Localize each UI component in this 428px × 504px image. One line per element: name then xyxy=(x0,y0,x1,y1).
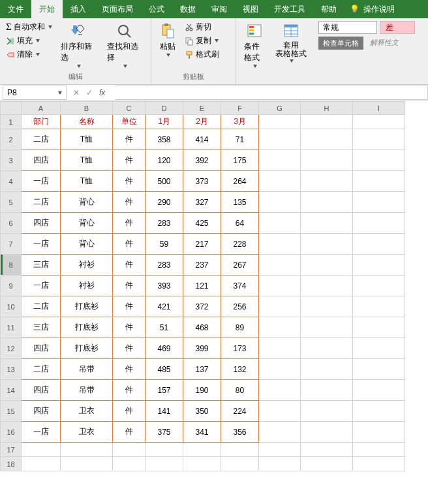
number-format-select[interactable]: 常规 xyxy=(318,21,377,34)
cell[interactable]: 425 xyxy=(183,213,221,234)
cell[interactable]: 264 xyxy=(221,171,259,192)
row-header-16[interactable]: 16 xyxy=(1,422,22,443)
cell[interactable]: 469 xyxy=(145,338,183,359)
menu-tab-公式[interactable]: 公式 xyxy=(141,0,172,18)
table-format-button[interactable]: 套用 表格格式 xyxy=(271,21,311,65)
cell[interactable]: 51 xyxy=(145,317,183,338)
cancel-icon[interactable]: ✕ xyxy=(73,88,80,97)
cell[interactable]: 64 xyxy=(221,213,259,234)
cell[interactable]: 228 xyxy=(221,234,259,255)
sort-filter-button[interactable]: 排序和筛选 xyxy=(57,21,100,70)
cell[interactable]: 件 xyxy=(113,150,145,171)
cell[interactable]: 375 xyxy=(145,422,183,443)
cell[interactable]: 224 xyxy=(221,401,259,422)
find-select-button[interactable]: 查找和选择 xyxy=(103,21,147,70)
cell[interactable]: 二店 xyxy=(22,129,61,150)
cell[interactable]: 一店 xyxy=(22,276,61,296)
cell[interactable]: 217 xyxy=(183,234,221,255)
cell[interactable]: 80 xyxy=(221,380,259,401)
row-header-9[interactable]: 9 xyxy=(1,276,22,296)
cell[interactable]: 485 xyxy=(145,359,183,380)
cell[interactable]: 356 xyxy=(221,422,259,443)
col-header-I[interactable]: I xyxy=(353,102,405,115)
cell[interactable]: 四店 xyxy=(22,380,61,401)
row-header-13[interactable]: 13 xyxy=(1,359,22,380)
cell-header[interactable]: 2月 xyxy=(183,115,221,129)
col-header-C[interactable]: C xyxy=(113,102,145,115)
cell[interactable]: 打底衫 xyxy=(61,338,113,359)
cell[interactable]: 132 xyxy=(221,359,259,380)
cell[interactable]: 二店 xyxy=(22,192,61,213)
menu-tab-视图[interactable]: 视图 xyxy=(235,0,266,18)
cell[interactable]: 件 xyxy=(113,338,145,359)
cell[interactable]: 267 xyxy=(221,255,259,276)
row-header-12[interactable]: 12 xyxy=(1,338,22,359)
menu-tab-数据[interactable]: 数据 xyxy=(172,0,204,18)
row-header-17[interactable]: 17 xyxy=(1,443,22,457)
cell[interactable]: 399 xyxy=(183,338,221,359)
cell[interactable]: 137 xyxy=(183,359,221,380)
row-header-3[interactable]: 3 xyxy=(1,150,22,171)
fx-icon[interactable]: fx xyxy=(99,88,105,97)
cell[interactable]: 350 xyxy=(183,401,221,422)
cell[interactable]: 120 xyxy=(145,150,183,171)
tell-me[interactable]: 操作说明 xyxy=(363,4,395,15)
row-header-11[interactable]: 11 xyxy=(1,317,22,338)
cell-header[interactable]: 名称 xyxy=(61,115,113,129)
cell[interactable]: 件 xyxy=(113,359,145,380)
paste-button[interactable]: 粘贴 xyxy=(155,21,180,59)
cell[interactable]: 卫衣 xyxy=(61,401,113,422)
cell-header[interactable]: 3月 xyxy=(221,115,259,129)
row-header-10[interactable]: 10 xyxy=(1,296,22,317)
row-header-4[interactable]: 4 xyxy=(1,171,22,192)
cell[interactable]: 414 xyxy=(183,129,221,150)
cell[interactable]: 468 xyxy=(183,317,221,338)
cell-header[interactable]: 1月 xyxy=(145,115,183,129)
cell[interactable]: 283 xyxy=(145,213,183,234)
cell[interactable]: 件 xyxy=(113,192,145,213)
cell[interactable]: 157 xyxy=(145,380,183,401)
cell[interactable]: 四店 xyxy=(22,338,61,359)
cell[interactable]: 135 xyxy=(221,192,259,213)
format-painter-button[interactable]: 格式刷 xyxy=(183,48,221,61)
cut-button[interactable]: 剪切 xyxy=(183,21,221,33)
cell[interactable]: T恤 xyxy=(61,171,113,192)
row-header-2[interactable]: 2 xyxy=(1,129,22,150)
col-header-F[interactable]: F xyxy=(221,102,259,115)
cell[interactable]: 374 xyxy=(221,276,259,296)
cell[interactable]: 283 xyxy=(145,255,183,276)
autosum-button[interactable]: Σ自动求和 xyxy=(4,21,54,33)
cell[interactable]: 四店 xyxy=(22,213,61,234)
copy-button[interactable]: 复制 xyxy=(183,35,221,47)
cell[interactable]: 件 xyxy=(113,422,145,443)
cell[interactable]: 件 xyxy=(113,296,145,317)
cell[interactable]: 件 xyxy=(113,276,145,296)
cell[interactable]: 二店 xyxy=(22,296,61,317)
cell[interactable]: T恤 xyxy=(61,129,113,150)
cell[interactable]: 358 xyxy=(145,129,183,150)
cell[interactable]: 393 xyxy=(145,276,183,296)
cell[interactable]: 件 xyxy=(113,234,145,255)
cell[interactable]: 190 xyxy=(183,380,221,401)
cell[interactable]: 392 xyxy=(183,150,221,171)
cell[interactable]: 衬衫 xyxy=(61,276,113,296)
cell[interactable]: 141 xyxy=(145,401,183,422)
row-header-6[interactable]: 6 xyxy=(1,213,22,234)
check-cell-style[interactable]: 检查单元格 xyxy=(318,37,363,50)
row-header-14[interactable]: 14 xyxy=(1,380,22,401)
cell[interactable]: 一店 xyxy=(22,234,61,255)
row-header-18[interactable]: 18 xyxy=(1,457,22,471)
cell[interactable]: 121 xyxy=(183,276,221,296)
style-explain[interactable]: 解释性文 xyxy=(366,37,403,50)
menu-tab-插入[interactable]: 插入 xyxy=(63,0,94,18)
select-all-corner[interactable] xyxy=(1,102,22,115)
cell[interactable]: 吊带 xyxy=(61,359,113,380)
cell[interactable]: 71 xyxy=(221,129,259,150)
cell[interactable]: 件 xyxy=(113,171,145,192)
col-header-A[interactable]: A xyxy=(22,102,61,115)
cell[interactable]: 件 xyxy=(113,380,145,401)
cell-header[interactable]: 部门 xyxy=(22,115,61,129)
cell[interactable]: 三店 xyxy=(22,317,61,338)
col-header-B[interactable]: B xyxy=(61,102,113,115)
menu-tab-文件[interactable]: 文件 xyxy=(0,0,31,18)
